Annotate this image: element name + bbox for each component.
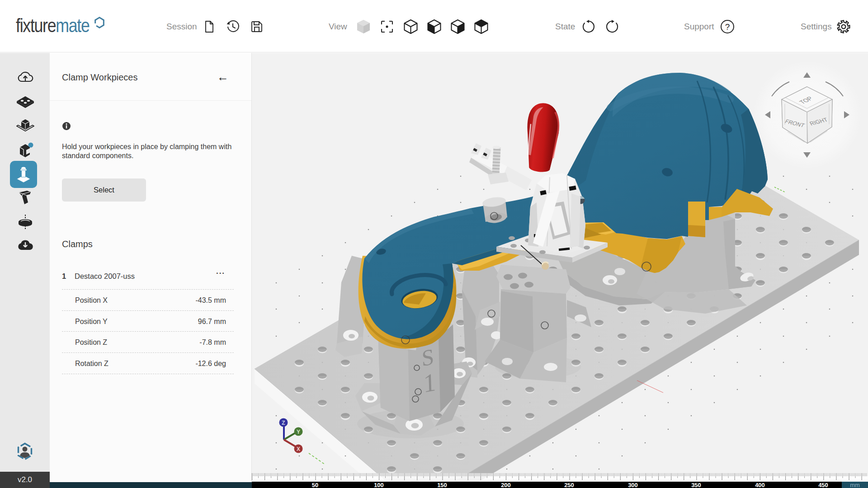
svg-text:150: 150 [437, 482, 447, 488]
svg-text:100: 100 [374, 482, 384, 488]
svg-text:?: ? [725, 22, 730, 32]
svg-text:Z: Z [282, 420, 285, 426]
svg-text:1: 1 [423, 367, 436, 398]
svg-text:X: X [297, 446, 300, 452]
svg-text:300: 300 [628, 482, 638, 488]
svg-text:200: 200 [501, 482, 511, 488]
svg-text:Y: Y [297, 429, 300, 435]
svg-text:50: 50 [312, 482, 318, 488]
svg-text:S: S [421, 343, 434, 371]
svg-text:400: 400 [755, 482, 765, 488]
svg-text:250: 250 [564, 482, 574, 488]
svg-text:350: 350 [691, 482, 701, 488]
svg-text:450: 450 [818, 482, 828, 488]
svg-text:mm: mm [850, 482, 860, 488]
